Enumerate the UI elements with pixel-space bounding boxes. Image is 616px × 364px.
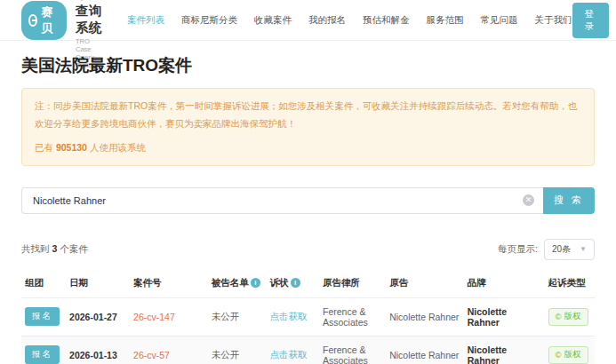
header-type: 起诉类型 bbox=[545, 269, 595, 298]
plaintiff-value: Nicolette Rahner bbox=[386, 336, 464, 364]
usage-count: 905130 bbox=[56, 142, 87, 153]
nav-item-services[interactable]: 服务范围 bbox=[427, 14, 464, 27]
brand-value: Nicolette Rahner bbox=[464, 336, 545, 364]
cases-table: 组团 日期 案件号 被告名单i 诉状i 原告律所 原告 品牌 起诉类型 报名 2… bbox=[21, 269, 595, 364]
notice-banner: 注：同步美国法院最新TRO案件，第一时间掌握诉讼进展；如您涉及相关案件，可收藏关… bbox=[21, 88, 595, 166]
page-size-control: 每页显示: 20条 ▼ bbox=[498, 239, 595, 260]
nav-item-case-list[interactable]: 案件列表 bbox=[127, 14, 164, 27]
table-header-row: 组团 日期 案件号 被告名单i 诉状i 原告律所 原告 品牌 起诉类型 bbox=[21, 269, 595, 298]
page-title: 美国法院最新TRO案件 bbox=[21, 54, 595, 77]
copyright-icon: © bbox=[556, 350, 562, 360]
header-plaintiff: 原告 bbox=[386, 269, 464, 298]
notice-text: 注：同步美国法院最新TRO案件，第一时间掌握诉讼进展；如您涉及相关案件，可收藏关… bbox=[35, 98, 581, 133]
case-number-link[interactable]: 26-cv-147 bbox=[133, 312, 175, 322]
usage-stats: 已有 905130 人使用该系统 bbox=[35, 142, 581, 154]
table-row: 报名 2026-01-13 26-cv-57 未公开 点击获取 Ference … bbox=[21, 336, 595, 364]
results-toolbar: 共找到 3 个案件 每页显示: 20条 ▼ bbox=[21, 239, 595, 260]
logo-text: 赛贝 bbox=[41, 4, 56, 36]
search-input[interactable] bbox=[21, 187, 543, 214]
case-type-label: 版权 bbox=[564, 311, 581, 322]
brand-value: Nicolette Rahner bbox=[464, 297, 545, 336]
nav-item-about[interactable]: 关于我们 bbox=[535, 14, 572, 27]
nav-item-favorites[interactable]: 收藏案件 bbox=[254, 14, 292, 27]
case-number-link[interactable]: 26-cv-57 bbox=[133, 350, 170, 360]
page-size-select[interactable]: 20条 ▼ bbox=[544, 239, 595, 260]
results-summary-prefix: 共找到 bbox=[21, 243, 52, 254]
usage-suffix: 人使用该系统 bbox=[87, 142, 146, 153]
signup-button[interactable]: 报名 bbox=[25, 307, 60, 326]
law-firm-value: Ference & Associates bbox=[319, 336, 386, 364]
results-summary-suffix: 个案件 bbox=[57, 243, 87, 254]
case-type-label: 版权 bbox=[564, 349, 581, 360]
search-button[interactable]: 搜 索 bbox=[543, 187, 595, 214]
nav-item-faq[interactable]: 常见问题 bbox=[481, 14, 518, 27]
defendants-value: 未公开 bbox=[208, 297, 267, 336]
usage-prefix: 已有 bbox=[35, 142, 56, 153]
plaintiff-value: Nicolette Rahner bbox=[386, 297, 464, 336]
complaint-link[interactable]: 点击获取 bbox=[270, 311, 308, 321]
search-input-wrap: ✕ bbox=[21, 187, 543, 214]
header-defendants-label: 被告名单 bbox=[212, 277, 249, 288]
nav-item-nice-classification[interactable]: 商标尼斯分类 bbox=[181, 14, 237, 27]
main-nav: 案件列表 商标尼斯分类 收藏案件 我的报名 预估和解金 服务范围 常见问题 关于… bbox=[127, 14, 572, 27]
main-content: 美国法院最新TRO案件 注：同步美国法院最新TRO案件，第一时间掌握诉讼进展；如… bbox=[0, 54, 616, 364]
header-group: 组团 bbox=[21, 269, 66, 298]
nav-item-my-signups[interactable]: 我的报名 bbox=[308, 14, 346, 27]
header-defendants: 被告名单i bbox=[208, 269, 267, 298]
clear-input-icon[interactable]: ✕ bbox=[523, 194, 534, 206]
app-title: TRO案件查询系统 bbox=[76, 0, 104, 36]
chevron-down-icon: ▼ bbox=[580, 245, 587, 253]
login-button[interactable]: 登 录 bbox=[572, 3, 610, 38]
header-law-firm: 原告律所 bbox=[319, 269, 386, 298]
defendants-info-icon[interactable]: i bbox=[251, 278, 260, 288]
header-complaint-label: 诉状 bbox=[270, 277, 289, 288]
page-size-value: 20条 bbox=[552, 243, 571, 256]
header-complaint: 诉状i bbox=[267, 269, 319, 298]
header-brand: 品牌 bbox=[464, 269, 545, 298]
case-type-badge: ©版权 bbox=[548, 308, 588, 326]
saibei-logo[interactable]: 赛贝 bbox=[21, 1, 67, 40]
case-type-badge: ©版权 bbox=[548, 346, 588, 364]
saibei-logo-icon bbox=[28, 14, 37, 27]
complaint-info-icon[interactable]: i bbox=[291, 278, 300, 288]
signup-button[interactable]: 报名 bbox=[25, 345, 60, 364]
copyright-icon: © bbox=[556, 312, 562, 321]
search-bar: ✕ 搜 索 bbox=[21, 187, 595, 214]
defendants-value: 未公开 bbox=[208, 336, 267, 364]
page-size-label: 每页显示: bbox=[498, 243, 538, 256]
table-row: 报名 2026-01-27 26-cv-147 未公开 点击获取 Ference… bbox=[21, 297, 595, 336]
nav-item-settlement-estimate[interactable]: 预估和解金 bbox=[363, 14, 410, 27]
top-header: 赛贝 TRO案件查询系统 TRO Case Query System 案件列表 … bbox=[0, 0, 616, 41]
header-date: 日期 bbox=[66, 269, 130, 298]
case-date: 2026-01-13 bbox=[66, 336, 130, 364]
law-firm-value: Ference & Associates bbox=[319, 297, 386, 336]
results-summary: 共找到 3 个案件 bbox=[21, 243, 88, 256]
complaint-link[interactable]: 点击获取 bbox=[270, 349, 308, 360]
header-case-no: 案件号 bbox=[130, 269, 208, 298]
case-date: 2026-01-27 bbox=[66, 297, 130, 336]
